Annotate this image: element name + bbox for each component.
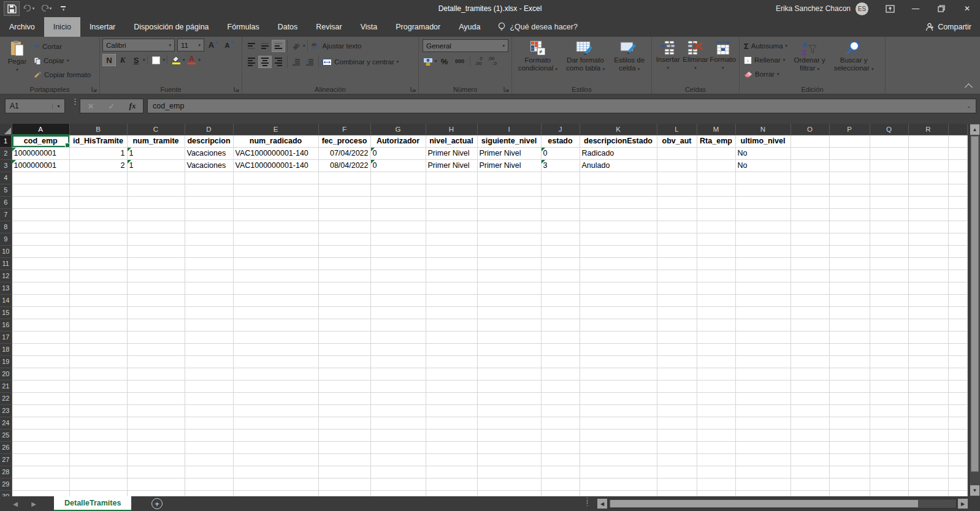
cell-Q6[interactable] — [870, 196, 908, 208]
cell-C30[interactable] — [127, 490, 185, 496]
decrease-indent-button[interactable] — [289, 56, 303, 68]
cell-I1[interactable]: siguiente_nivel — [477, 135, 541, 147]
cell-B10[interactable] — [69, 245, 127, 257]
format-painter-button[interactable]: Copiar formato — [32, 68, 93, 81]
format-cells-button[interactable]: Formato ▾ — [709, 39, 737, 72]
cell-A30[interactable] — [12, 490, 69, 496]
cell-D9[interactable] — [185, 233, 233, 245]
cell-O18[interactable] — [791, 343, 829, 355]
cell-F5[interactable] — [318, 184, 370, 196]
cell-B25[interactable] — [69, 429, 127, 441]
column-header-H[interactable]: H — [426, 124, 477, 135]
column-header-I[interactable]: I — [477, 124, 541, 135]
cell-K22[interactable] — [580, 392, 657, 404]
cell-K20[interactable] — [580, 368, 657, 380]
ribbon-tab-revisar[interactable]: Revisar — [307, 17, 351, 37]
cell-I17[interactable] — [477, 331, 541, 343]
cell-N1[interactable]: ultimo_nivel — [735, 135, 791, 147]
cell-D15[interactable] — [185, 306, 233, 319]
cell-J12[interactable] — [541, 270, 580, 282]
cell-A19[interactable] — [12, 355, 69, 368]
cell-M5[interactable] — [697, 184, 735, 196]
cell-Q25[interactable] — [870, 429, 908, 441]
cell-I25[interactable] — [477, 429, 541, 441]
cell-J28[interactable] — [541, 466, 580, 478]
cell-P10[interactable] — [829, 245, 870, 257]
column-header-M[interactable]: M — [697, 124, 735, 135]
accounting-format-button[interactable] — [421, 55, 435, 67]
cell-R7[interactable] — [908, 208, 948, 221]
cell-G23[interactable] — [370, 404, 426, 417]
cell-O17[interactable] — [791, 331, 829, 343]
cell-Q27[interactable] — [870, 453, 908, 466]
column-header-A[interactable]: A — [12, 124, 69, 135]
cell-P18[interactable] — [829, 343, 870, 355]
cell-G20[interactable] — [370, 368, 426, 380]
column-header-F[interactable]: F — [318, 124, 370, 135]
insert-function-icon[interactable]: fx — [129, 101, 136, 111]
cell-L4[interactable] — [657, 172, 697, 184]
cell-B12[interactable] — [69, 270, 127, 282]
cell-P13[interactable] — [829, 282, 870, 294]
cell-D16[interactable] — [185, 319, 233, 331]
cell-N10[interactable] — [735, 245, 791, 257]
cell-F29[interactable] — [318, 478, 370, 490]
cell-J6[interactable] — [541, 196, 580, 208]
insert-cells-button[interactable]: Insertar ▾ — [654, 39, 682, 72]
cell-A23[interactable] — [12, 404, 69, 417]
cell-C25[interactable] — [127, 429, 185, 441]
row-header-17[interactable]: 17 — [0, 331, 12, 343]
cell-H20[interactable] — [426, 368, 477, 380]
row-header-20[interactable]: 20 — [0, 368, 12, 380]
restore-button[interactable] — [928, 0, 954, 17]
cell-N18[interactable] — [735, 343, 791, 355]
cell-M24[interactable] — [697, 417, 735, 429]
cell-D2[interactable]: Vacaciones — [185, 147, 233, 159]
cell-D24[interactable] — [185, 417, 233, 429]
cell-N14[interactable] — [735, 294, 791, 306]
cell-Q11[interactable] — [870, 257, 908, 270]
cell-D11[interactable] — [185, 257, 233, 270]
cell-B19[interactable] — [69, 355, 127, 368]
undo-button[interactable]: ▾ — [21, 1, 37, 16]
cell-B4[interactable] — [69, 172, 127, 184]
cell-J2[interactable]: 0 — [541, 147, 580, 159]
save-button[interactable] — [4, 1, 20, 16]
cell-O25[interactable] — [791, 429, 829, 441]
cell-Q18[interactable] — [870, 343, 908, 355]
cell-A6[interactable] — [12, 196, 69, 208]
cell-B8[interactable] — [69, 221, 127, 233]
name-box[interactable]: A1 ▾ — [5, 99, 65, 113]
cell-K8[interactable] — [580, 221, 657, 233]
cell-P2[interactable] — [829, 147, 870, 159]
cell-A29[interactable] — [12, 478, 69, 490]
row-header-7[interactable]: 7 — [0, 208, 12, 221]
cell-C29[interactable] — [127, 478, 185, 490]
cell-J29[interactable] — [541, 478, 580, 490]
cell-R14[interactable] — [908, 294, 948, 306]
cell-R8[interactable] — [908, 221, 948, 233]
cell-A7[interactable] — [12, 208, 69, 221]
cell-S9[interactable] — [948, 233, 967, 245]
cell-I8[interactable] — [477, 221, 541, 233]
cell-N28[interactable] — [735, 466, 791, 478]
cell-B27[interactable] — [69, 453, 127, 466]
cell-A24[interactable] — [12, 417, 69, 429]
undo-caret[interactable]: ▾ — [33, 6, 35, 11]
cell-I26[interactable] — [477, 441, 541, 453]
conditional-formatting-button[interactable]: ≠ Formato condicional ▾ — [515, 39, 561, 73]
cell-A21[interactable] — [12, 380, 69, 392]
cell-O29[interactable] — [791, 478, 829, 490]
cell-A20[interactable] — [12, 368, 69, 380]
cell-G9[interactable] — [370, 233, 426, 245]
find-select-button[interactable]: Buscar y seleccionar ▾ — [830, 39, 878, 81]
cell-R17[interactable] — [908, 331, 948, 343]
cell-F27[interactable] — [318, 453, 370, 466]
cell-Q19[interactable] — [870, 355, 908, 368]
cell-S21[interactable] — [948, 380, 967, 392]
increase-decimal-button[interactable]: ←0,00 — [472, 55, 486, 67]
cell-P29[interactable] — [829, 478, 870, 490]
cell-R6[interactable] — [908, 196, 948, 208]
align-bottom-button[interactable] — [272, 40, 285, 52]
fill-color-button[interactable] — [169, 54, 183, 66]
